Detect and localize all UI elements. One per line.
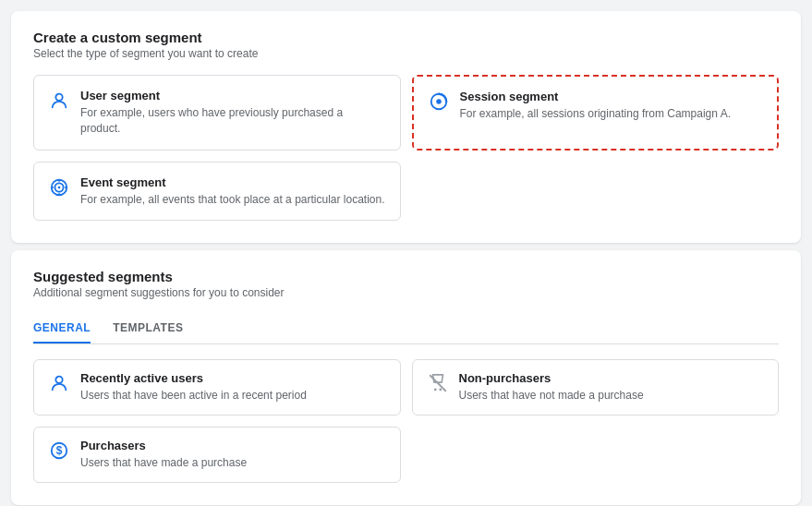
suggested-segments-section: Suggested segments Additional segment su…: [11, 250, 801, 505]
svg-point-2: [436, 99, 442, 104]
suggested-section-subtitle: Additional segment suggestions for you t…: [33, 286, 779, 299]
svg-point-8: [433, 389, 436, 392]
suggested-section-title: Suggested segments: [33, 269, 779, 284]
svg-line-7: [430, 376, 445, 392]
svg-point-5: [58, 186, 61, 188]
purchasers-icon: $: [49, 440, 69, 461]
purchasers-desc: Users that have made a purchase: [80, 455, 247, 471]
create-segment-section: Create a custom segment Select the type …: [11, 11, 801, 243]
svg-text:$: $: [56, 444, 63, 457]
event-segment-desc: For example, all events that took place …: [80, 192, 385, 208]
session-segment-content: Session segment For example, all session…: [460, 90, 731, 122]
non-purchasers-desc: Users that have not made a purchase: [459, 388, 644, 404]
session-segment-icon: [429, 91, 449, 112]
suggested-cards-grid: Recently active users Users that have be…: [33, 359, 779, 483]
session-segment-card[interactable]: Session segment For example, all session…: [412, 75, 780, 151]
suggested-tabs: GENERAL TEMPLATES: [33, 314, 779, 344]
non-purchasers-content: Non-purchasers Users that have not made …: [459, 371, 644, 404]
recently-active-title: Recently active users: [80, 371, 307, 385]
create-section-subtitle: Select the type of segment you want to c…: [33, 47, 779, 60]
purchasers-content: Purchasers Users that have made a purcha…: [80, 439, 247, 471]
purchasers-card[interactable]: $ Purchasers Users that have made a purc…: [33, 427, 401, 483]
create-section-title: Create a custom segment: [33, 30, 779, 45]
tab-general[interactable]: GENERAL: [33, 314, 91, 343]
recently-active-content: Recently active users Users that have be…: [80, 371, 307, 404]
non-purchasers-card[interactable]: Non-purchasers Users that have not made …: [412, 359, 780, 416]
recently-active-icon: [49, 373, 69, 393]
recently-active-card[interactable]: Recently active users Users that have be…: [33, 359, 401, 416]
user-segment-card[interactable]: User segment For example, users who have…: [33, 75, 401, 151]
tab-templates[interactable]: TEMPLATES: [113, 314, 183, 343]
user-segment-title: User segment: [80, 89, 385, 102]
non-purchasers-icon: [428, 373, 448, 393]
event-segment-card[interactable]: Event segment For example, all events th…: [33, 162, 401, 222]
event-segment-icon: [49, 177, 69, 198]
recently-active-desc: Users that have been active in a recent …: [80, 388, 307, 404]
user-segment-icon: [49, 90, 69, 111]
event-segment-title: Event segment: [80, 175, 385, 189]
svg-point-0: [55, 94, 62, 101]
session-segment-title: Session segment: [460, 90, 731, 103]
svg-point-6: [55, 377, 62, 383]
user-segment-desc: For example, users who have previously p…: [80, 105, 385, 137]
segment-type-cards: User segment For example, users who have…: [33, 75, 779, 221]
user-segment-content: User segment For example, users who have…: [80, 89, 385, 137]
purchasers-title: Purchasers: [80, 439, 247, 452]
non-purchasers-title: Non-purchasers: [459, 371, 644, 385]
svg-point-9: [439, 389, 442, 392]
session-segment-desc: For example, all sessions originating fr…: [460, 106, 731, 122]
event-segment-content: Event segment For example, all events th…: [80, 175, 385, 208]
